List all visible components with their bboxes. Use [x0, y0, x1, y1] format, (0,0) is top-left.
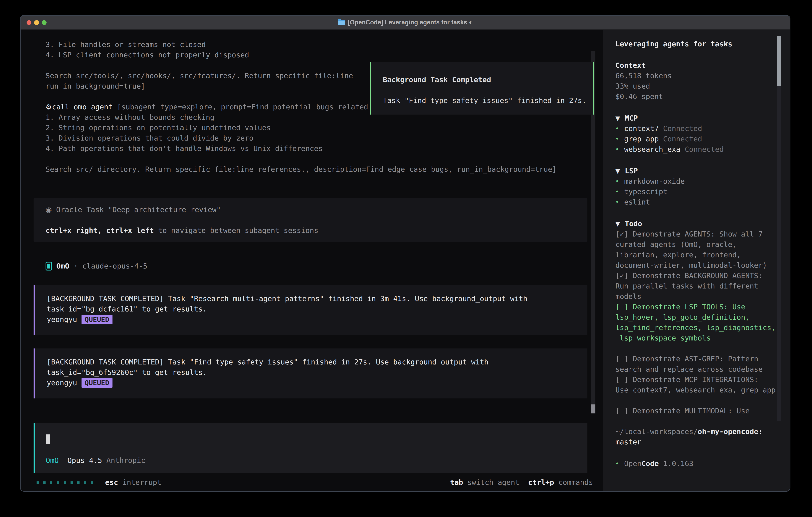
hint-keys: ctrl+x right, ctrl+x left: [46, 226, 154, 235]
text-cursor: [46, 434, 50, 444]
sidebar-scrollbar[interactable]: [777, 36, 781, 421]
workspace-info: ~/local-workspaces/oh-my-opencode: maste…: [615, 427, 790, 447]
mcp-name: grep_app: [624, 135, 659, 143]
mcp-status: Connected: [659, 124, 702, 133]
mcp-section-header[interactable]: ▼ MCP: [615, 113, 790, 124]
folder-icon: [338, 20, 345, 25]
todo-line: search and replace across codebase: [615, 364, 790, 375]
todo-line: [✓] Demonstrate BACKGROUND AGENTS:: [615, 271, 790, 281]
session-sidebar: Leveraging agents for tasks Context 66,5…: [603, 30, 790, 491]
status-dot-icon: •: [615, 144, 619, 155]
session-title: Leveraging agents for tasks: [615, 39, 790, 49]
input-provider-name: Anthropic: [106, 455, 145, 466]
context-spent: $0.46 spent: [615, 91, 790, 102]
minimize-button[interactable]: [34, 20, 39, 25]
oracle-task-title-line: ◉ Oracle Task "Deep architecture review": [46, 205, 587, 215]
lsp-name: eslint: [624, 197, 650, 207]
esc-key: esc: [105, 478, 118, 486]
task-meta: yeongyu QUEUED: [47, 314, 587, 325]
scrollback-line: 3. File handles or streams not closed: [46, 39, 587, 50]
todo-line: curated agents (OmO, oracle,: [615, 239, 790, 250]
input-model-name: Opus 4.5: [59, 455, 106, 466]
close-button[interactable]: [27, 20, 31, 25]
zoom-button[interactable]: [42, 20, 47, 25]
todo-line-active: [ ] Demonstrate LSP TOOLS: Use: [615, 302, 790, 312]
tool-output-line: Search src/ directory. Return specific f…: [46, 164, 587, 174]
chevron-down-icon: ▼: [615, 167, 620, 174]
prompt-input[interactable]: OmO Opus 4.5 Anthropic: [34, 423, 587, 473]
mcp-status: Connected: [680, 145, 724, 153]
tool-output-line: [46, 154, 587, 164]
chevron-down-icon: ▼: [615, 220, 620, 227]
oracle-task-panel: ◉ Oracle Task "Deep architecture review"…: [34, 198, 587, 242]
tool-output-line: 3. Division operations that could divide…: [46, 133, 587, 143]
todo-line-active: lsp_workspace_symbols: [615, 333, 790, 343]
mcp-item: •context7 Connected: [615, 124, 790, 134]
sidebar-scrollbar-thumb[interactable]: [777, 36, 781, 86]
background-task-message: [BACKGROUND TASK COMPLETED] Task "Resear…: [34, 285, 587, 335]
mcp-item: •grep_app Connected: [615, 134, 790, 144]
task-user: yeongyu: [47, 314, 77, 325]
mcp-name: websearch_exa: [624, 145, 680, 153]
mcp-item: •websearch_exa Connected: [615, 144, 790, 155]
esc-label: interrupt: [118, 478, 162, 486]
lsp-section-header[interactable]: ▼ LSP: [615, 166, 790, 176]
main-scrollbar-thumb[interactable]: [591, 404, 596, 413]
traffic-lights: [27, 16, 47, 30]
agent-separator: ·: [69, 262, 82, 270]
agent-session-line[interactable]: OmO · claude-opus-4-5: [34, 261, 587, 271]
todo-line-active: lsp_hover, lsp_goto_definition,: [615, 312, 790, 323]
queued-status-badge: QUEUED: [82, 378, 113, 388]
toast-title: Background Task Completed: [383, 75, 592, 85]
lsp-item: •markdown-oxide: [615, 176, 790, 187]
agent-name: OmO: [56, 262, 69, 270]
task-user: yeongyu: [47, 378, 77, 388]
todo-section-header[interactable]: ▼ Todo: [615, 219, 790, 229]
tab-label: switch agent: [463, 478, 520, 486]
status-bar: esc interrupt tab switch agent ctrl+p co…: [34, 477, 593, 488]
tab-key: tab: [450, 478, 463, 486]
ctrl-p-label: commands: [554, 478, 593, 486]
workspace-path: ~/local-workspaces/: [615, 428, 698, 436]
mcp-status: Connected: [659, 135, 702, 143]
workspace-repo: oh-my-opencode:: [698, 428, 763, 436]
lsp-name: markdown-oxide: [624, 176, 685, 187]
task-message-line: task_id="bg_dcfac161" to get results.: [47, 304, 587, 314]
hint-text: to navigate between subagent sessions: [154, 226, 318, 235]
todo-line: models: [615, 291, 790, 302]
agent-square-icon: [46, 262, 52, 271]
todo-line: [ ] Demonstrate MULTIMODAL: Use: [615, 406, 790, 416]
todo-line: librarian, explore, frontend,: [615, 250, 790, 260]
app-name-dim: Open: [624, 459, 642, 468]
app-name-bold: Code: [641, 459, 659, 468]
toast-body: Task "Find type safety issues" finished …: [383, 96, 592, 106]
window-content: 3. File handles or streams not closed 4.…: [21, 30, 790, 491]
switch-agent-hint: tab switch agent: [450, 477, 520, 488]
todo-line: [ ] Demonstrate MCP INTEGRATIONS:: [615, 375, 790, 385]
app-version-number: 1.0.163: [659, 459, 693, 468]
ctrl-p-key: ctrl+p: [520, 478, 554, 486]
todo-line: Run parallel tasks with different: [615, 281, 790, 291]
task-meta: yeongyu QUEUED: [47, 378, 587, 388]
context-heading: Context: [615, 60, 790, 71]
background-task-message: [BACKGROUND TASK COMPLETED] Task "Find t…: [34, 349, 587, 399]
app-version-line: • OpenCode 1.0.163: [615, 458, 790, 469]
titlebar: [OpenCode] Leveraging agents for tasks ◐: [21, 16, 790, 30]
status-dot-icon: •: [615, 458, 619, 469]
task-message-line: [BACKGROUND TASK COMPLETED] Task "Resear…: [47, 294, 587, 304]
lsp-item: •eslint: [615, 197, 790, 207]
mcp-name: context7: [624, 124, 659, 133]
status-dot-icon: •: [615, 187, 619, 197]
status-dot-icon: •: [615, 124, 619, 134]
window-title-group: [OpenCode] Leveraging agents for tasks ◐: [338, 19, 472, 26]
status-dot-icon: •: [615, 176, 619, 187]
todo-line: [ ] Demonstrate AST-GREP: Pattern: [615, 354, 790, 364]
todo-line: Use context7, websearch_exa, grep_app: [615, 385, 790, 395]
app-window: [OpenCode] Leveraging agents for tasks ◐…: [20, 15, 790, 492]
input-agent-name: OmO: [46, 455, 59, 466]
todo-line: document-writer, multimodal-looker): [615, 260, 790, 271]
todo-line-active: lsp_find_references, lsp_diagnostics,: [615, 323, 790, 333]
gear-icon: ⚙: [46, 103, 52, 111]
subagent-nav-hint: ctrl+x right, ctrl+x left to navigate be…: [46, 225, 587, 236]
lsp-item: •typescript: [615, 187, 790, 197]
